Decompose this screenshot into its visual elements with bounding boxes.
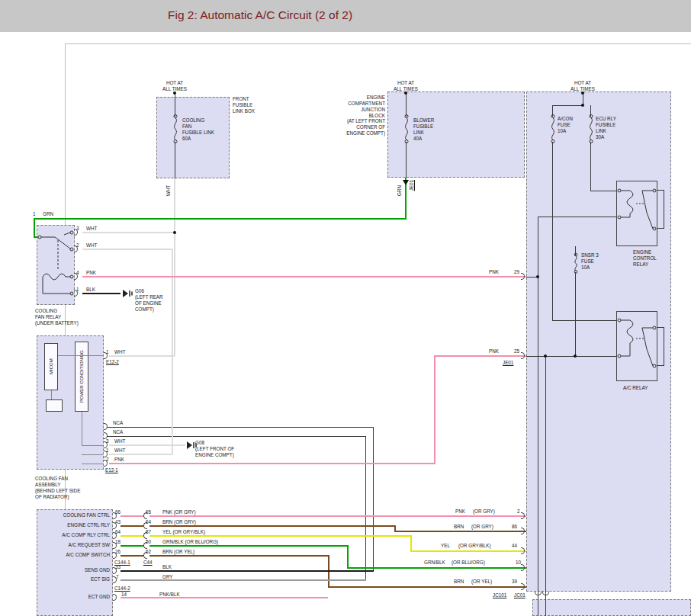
wire-acr-right-v <box>664 327 664 366</box>
ecu-rly-fusible-link-label: ECU RLY FUSIBLE LINK 30A <box>596 116 616 140</box>
wire-ecm-r5b <box>149 555 329 557</box>
jb-pin-alt: (OR YEL) <box>471 579 492 585</box>
jc01-connector-label: JC01 <box>514 592 525 598</box>
junction-dot <box>173 231 176 234</box>
wire-wht-to-g08 <box>109 444 185 446</box>
wire-ecm-r2a <box>121 525 143 527</box>
wire-to-acon-fuse <box>552 105 553 117</box>
wire-wht-riser-2 <box>172 249 173 454</box>
snsr3-fuse-label: SNSR 3 FUSE 10A <box>581 252 599 271</box>
wire-blk-relay-gnd <box>82 293 121 294</box>
ecm-row-color: PNK (OR GRY) <box>162 509 196 515</box>
wire-grn-trunk <box>34 218 407 220</box>
wire-nca-1 <box>107 427 374 428</box>
wiring-diagram-page: Fig 2: Automatic A/C Circuit (2 of 2) MI… <box>0 0 691 616</box>
assembly-pin1-color: WHT <box>114 448 125 454</box>
wire-ecm-r3a <box>121 535 143 537</box>
wire-pin25-internal <box>526 356 616 357</box>
jb-pin-color: BRN <box>454 524 464 530</box>
wire-pnk-fan <box>109 463 435 464</box>
jb-pin-alt: (OR BLU/ORG) <box>452 560 485 566</box>
ecm-row-color: GRN/BLK (OR BLU/ORG) <box>162 539 218 545</box>
hot-at-all-times-mid: HOT AT ALL TIMES <box>386 80 426 92</box>
jb-pin-num: 39 <box>512 579 517 585</box>
ecm-row-pin1: 43 <box>115 519 121 525</box>
pnk25-color: PNK <box>489 348 499 355</box>
jb-pin-num: 10 <box>516 560 521 566</box>
ecm-row-pin1: 33 <box>115 564 121 570</box>
jb-pin-alt: (OR GRY) <box>471 524 493 530</box>
wire-pnk-riser <box>434 355 435 464</box>
ground-g06-label: G06 (LEFT REAR OF ENGINE COMPT) <box>135 288 163 312</box>
wire-ecm-r2b <box>149 525 396 527</box>
ecm-row-color: GRY <box>162 574 173 580</box>
wire-wht-e12-2 <box>109 355 175 357</box>
wire-to-ecr-coil <box>590 191 616 191</box>
ecm-row-pin1: 64 <box>115 529 121 535</box>
junction-dot <box>581 104 584 107</box>
jb-pin-alt: (OR GRY/BLK) <box>458 543 491 549</box>
wire-ecm-r4b <box>149 545 349 547</box>
wire-feed-split <box>552 105 583 106</box>
junction-block-label: ENGINE COMPARTMENT JUNCTION BLOCK (AT LE… <box>320 95 385 136</box>
blower-fusible-link-icon <box>402 114 411 144</box>
ecm-row-name: ECT SIG <box>38 576 110 582</box>
wire-feed-left <box>175 93 175 117</box>
ecm-row-pin1: 66 <box>115 509 121 515</box>
ecu-rly-fusible-link-icon <box>587 114 596 144</box>
assembly-internal-5 <box>82 454 103 455</box>
micom-box: MICOM <box>44 343 58 390</box>
ac-relay-icon <box>616 311 657 381</box>
cooling-fan-fusible-link-icon <box>171 114 180 144</box>
front-fusible-link-box-label: FRONT FUSIBLE LINK BOX <box>233 96 255 114</box>
ecm-row-name: COOLING FAN CTRL <box>38 512 110 518</box>
assembly-pin2-num: 2 <box>106 457 109 463</box>
wire-feed-left-out <box>175 142 175 178</box>
assembly-top-pin-num: 1 <box>106 349 109 355</box>
cooling-fan-fusible-link-label: COOLING FAN FUSIBLE LINK 60A <box>182 117 214 141</box>
junction-dot <box>536 275 539 278</box>
fan-relay-pin3-num: 3 <box>76 226 79 232</box>
jb-pin-color: YEL <box>441 543 450 549</box>
assembly-pin3-color: WHT <box>114 438 125 444</box>
ecm-row-color: BRN (OR YEL) <box>162 549 194 555</box>
fan-relay-pin1-num: 1 <box>76 287 79 293</box>
pnk29-pin: 29 <box>514 269 519 275</box>
wire-ecm-r3b <box>149 535 412 537</box>
assembly-pin2-color: PNK <box>114 457 124 463</box>
grn-feed-pin: 1 <box>33 211 36 217</box>
fan-relay-pin4-num: 4 <box>76 270 79 276</box>
assembly-top-pin-color: WHT <box>114 349 125 355</box>
e12-1-connector-label: E12-1 <box>105 467 118 473</box>
e12-2-connector-label: E12-2 <box>106 359 119 365</box>
c144-2-connector-label: C144-2 <box>114 586 130 592</box>
jb-pin-alt: (OR GRY) <box>473 509 495 515</box>
wire-gry-riser <box>365 436 366 580</box>
assembly-internal-2 <box>51 390 52 399</box>
ecm-row-color: YEL (OR GRY/BLK) <box>162 529 205 535</box>
wire-ecm-r5d <box>328 586 526 588</box>
wire-blk-riser <box>373 427 374 571</box>
assembly-internal-1 <box>58 355 103 356</box>
pnk29-color: PNK <box>489 269 499 275</box>
grn-riser-label: GRN <box>397 185 402 196</box>
wire-to-ac-relay <box>552 320 616 321</box>
wire-ecr-to-snsr3 <box>575 246 576 255</box>
ground-g06-icon <box>122 289 133 298</box>
engine-control-relay-label: ENGINE CONTROL RELAY <box>633 249 657 268</box>
hot-at-all-times-right: HOT AT ALL TIMES <box>563 80 603 92</box>
fan-relay-pin2-color: WHT <box>86 242 97 249</box>
je01-connector-label: JE01 <box>503 360 513 366</box>
wire-acon-out <box>552 142 553 321</box>
blower-fusible-link-label: BLOWER FUSIBLE LINK 40A <box>413 117 434 141</box>
jb-pin-color: BRN <box>454 579 464 585</box>
engine-control-relay-icon <box>616 181 657 246</box>
ecm-row-color: PNK/BLK <box>159 592 180 598</box>
junction-dot <box>544 355 547 358</box>
wire-pnk-25 <box>435 355 526 357</box>
wire-ect-sig <box>121 579 366 581</box>
fan-relay-pin2-num: 2 <box>76 242 79 249</box>
ecm-row-pin2: 50 <box>146 539 151 545</box>
jb-pin-color: PNK <box>455 509 465 515</box>
ecm-row-color: BLK <box>162 564 172 570</box>
